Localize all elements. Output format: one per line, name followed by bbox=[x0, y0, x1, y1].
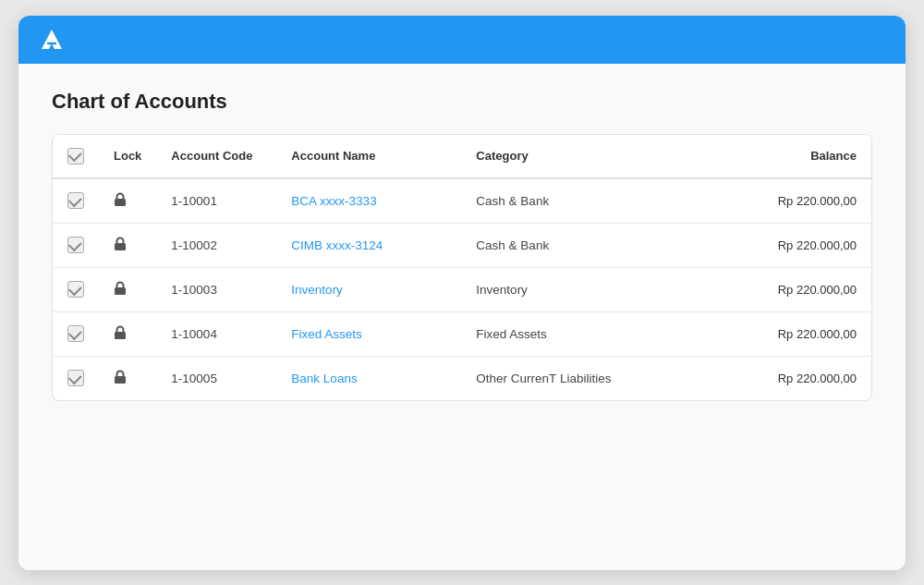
row-checkbox-cell bbox=[53, 311, 99, 356]
row-checkbox[interactable] bbox=[67, 237, 84, 253]
row-account-name[interactable]: CIMB xxxx-3124 bbox=[276, 223, 461, 267]
header-checkbox[interactable] bbox=[67, 148, 84, 165]
row-account-code: 1-10004 bbox=[156, 311, 276, 356]
row-category: Cash & Bank bbox=[461, 178, 664, 224]
row-checkbox[interactable] bbox=[67, 281, 84, 298]
lock-icon bbox=[114, 194, 127, 210]
col-header-check bbox=[53, 135, 99, 178]
table-row: 1-10003InventoryInventoryRp 220.000,00 bbox=[53, 267, 871, 311]
row-lock-cell bbox=[99, 267, 156, 311]
row-checkbox[interactable] bbox=[67, 192, 84, 209]
account-name-link[interactable]: Bank Loans bbox=[291, 372, 357, 385]
row-account-code: 1-10005 bbox=[156, 356, 276, 400]
table-row: 1-10001BCA xxxx-3333Cash & BankRp 220.00… bbox=[53, 178, 871, 224]
page-title: Chart of Accounts bbox=[52, 90, 872, 114]
row-balance: Rp 220.000,00 bbox=[664, 267, 871, 311]
row-lock-cell bbox=[99, 178, 156, 224]
lock-icon bbox=[114, 238, 127, 254]
row-checkbox-cell bbox=[53, 178, 99, 224]
row-checkbox-cell bbox=[53, 356, 99, 400]
row-checkbox[interactable] bbox=[67, 370, 84, 386]
col-header-account-code: Account Code bbox=[156, 135, 276, 178]
titlebar bbox=[18, 16, 906, 64]
row-lock-cell bbox=[99, 223, 156, 267]
table-header-row: Lock Account Code Account Name Category … bbox=[53, 135, 871, 178]
lock-icon bbox=[114, 327, 127, 343]
accounts-table-container: Lock Account Code Account Name Category … bbox=[52, 134, 872, 401]
content-area: Chart of Accounts Lock Account Code Acco… bbox=[18, 64, 906, 570]
row-category: Cash & Bank bbox=[461, 223, 664, 267]
col-header-lock: Lock bbox=[99, 135, 156, 178]
account-name-link[interactable]: Inventory bbox=[291, 283, 343, 297]
app-logo bbox=[37, 25, 67, 55]
lock-icon bbox=[114, 283, 127, 299]
account-name-link[interactable]: BCA xxxx-3333 bbox=[291, 194, 376, 208]
lock-icon bbox=[114, 372, 127, 387]
row-category: Inventory bbox=[461, 267, 664, 311]
row-account-code: 1-10001 bbox=[156, 178, 276, 224]
app-window: Chart of Accounts Lock Account Code Acco… bbox=[18, 16, 906, 570]
row-account-name[interactable]: BCA xxxx-3333 bbox=[276, 178, 461, 224]
row-checkbox-cell bbox=[53, 223, 99, 267]
table-row: 1-10005Bank LoansOther CurrenT Liabiliti… bbox=[53, 356, 871, 400]
row-account-name[interactable]: Inventory bbox=[276, 267, 461, 311]
svg-rect-2 bbox=[115, 287, 126, 295]
row-category: Fixed Assets bbox=[461, 311, 664, 356]
accounts-table: Lock Account Code Account Name Category … bbox=[53, 135, 871, 400]
row-category: Other CurrenT Liabilities bbox=[461, 356, 664, 400]
row-balance: Rp 220.000,00 bbox=[664, 178, 871, 224]
row-account-name[interactable]: Bank Loans bbox=[276, 356, 461, 400]
table-row: 1-10002CIMB xxxx-3124Cash & BankRp 220.0… bbox=[53, 223, 871, 267]
row-account-code: 1-10003 bbox=[156, 267, 276, 311]
row-checkbox-cell bbox=[53, 267, 99, 311]
row-account-name[interactable]: Fixed Assets bbox=[276, 311, 461, 356]
account-name-link[interactable]: Fixed Assets bbox=[291, 327, 362, 341]
row-lock-cell bbox=[99, 356, 156, 400]
table-row: 1-10004Fixed AssetsFixed AssetsRp 220.00… bbox=[53, 311, 871, 356]
account-name-link[interactable]: CIMB xxxx-3124 bbox=[291, 238, 383, 252]
col-header-account-name: Account Name bbox=[276, 135, 461, 178]
row-balance: Rp 220.000,00 bbox=[664, 311, 871, 356]
row-checkbox[interactable] bbox=[67, 325, 84, 342]
svg-rect-3 bbox=[115, 332, 126, 339]
svg-rect-1 bbox=[115, 243, 126, 250]
svg-rect-0 bbox=[115, 199, 126, 206]
svg-rect-4 bbox=[115, 376, 126, 384]
row-account-code: 1-10002 bbox=[156, 223, 276, 267]
row-balance: Rp 220.000,00 bbox=[664, 223, 871, 267]
row-lock-cell bbox=[99, 311, 156, 356]
col-header-balance: Balance bbox=[664, 135, 871, 178]
col-header-category: Category bbox=[461, 135, 664, 178]
row-balance: Rp 220.000,00 bbox=[664, 356, 871, 400]
